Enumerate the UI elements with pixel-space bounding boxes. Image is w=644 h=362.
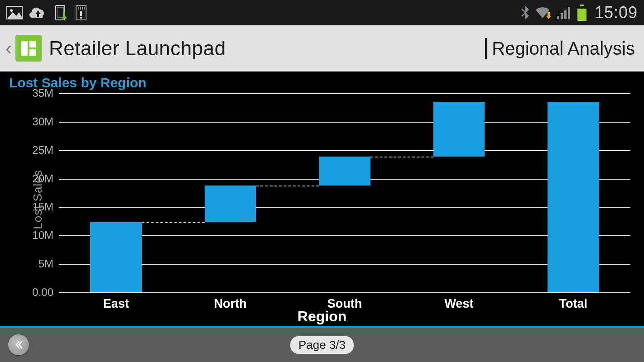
svg-rect-8 xyxy=(84,7,85,10)
y-tick-label: 0.00 xyxy=(32,286,53,299)
y-tick-label: 5M xyxy=(38,257,53,270)
cloud-upload-icon xyxy=(29,6,47,19)
x-tick-label: West xyxy=(444,297,473,311)
cell-signal-icon xyxy=(557,6,572,19)
svg-rect-7 xyxy=(82,7,83,10)
gallery-icon xyxy=(6,6,23,19)
svg-rect-3 xyxy=(57,7,63,17)
svg-point-1 xyxy=(10,9,13,12)
footer-bar: Page 3/3 xyxy=(0,326,644,362)
connector xyxy=(370,157,433,157)
context-title-text: Regional Analysis xyxy=(492,38,635,59)
context-title: Regional Analysis xyxy=(485,38,635,59)
y-tick-label: 20M xyxy=(32,172,53,185)
status-left-icons xyxy=(6,5,88,20)
svg-rect-6 xyxy=(80,7,81,10)
svg-rect-10 xyxy=(80,17,82,19)
svg-rect-18 xyxy=(577,6,586,9)
x-tick-label: North xyxy=(214,297,247,311)
battery-icon xyxy=(577,5,587,21)
x-axis-label: Region xyxy=(298,308,346,325)
status-right-icons: 15:09 xyxy=(520,3,638,22)
back-button[interactable]: ‹ xyxy=(5,39,13,58)
bluetooth-icon xyxy=(520,5,530,20)
svg-rect-11 xyxy=(548,12,550,16)
svg-rect-5 xyxy=(78,7,79,10)
y-tick-label: 25M xyxy=(32,144,53,157)
chart-plot[interactable]: 0.005M10M15M20M25M30M35MEastNorthSouthWe… xyxy=(59,93,630,292)
y-tick-label: 10M xyxy=(32,229,53,242)
android-status-bar: 15:09 xyxy=(0,0,644,25)
svg-rect-9 xyxy=(80,11,82,16)
bar-west[interactable] xyxy=(433,102,485,157)
svg-rect-20 xyxy=(29,41,36,48)
svg-rect-4 xyxy=(63,11,65,16)
svg-rect-21 xyxy=(29,49,36,56)
bar-north[interactable] xyxy=(205,186,256,223)
chart-title: Lost Sales by Region xyxy=(9,75,146,90)
y-tick-label: 35M xyxy=(32,87,53,100)
gridline xyxy=(59,264,630,265)
y-tick-label: 30M xyxy=(32,115,53,128)
app-header: ‹ Retailer Launchpad Regional Analysis xyxy=(0,25,644,71)
device-sync-icon xyxy=(53,5,68,20)
svg-rect-15 xyxy=(568,7,570,19)
bar-south[interactable] xyxy=(319,157,370,186)
app-title: Retailer Launchpad xyxy=(49,37,226,60)
svg-rect-14 xyxy=(564,10,567,19)
divider-icon xyxy=(485,38,487,59)
sd-card-alert-icon xyxy=(74,5,88,20)
gridline xyxy=(59,207,630,208)
svg-rect-13 xyxy=(561,13,563,19)
bar-east[interactable] xyxy=(90,222,142,292)
gridline xyxy=(59,93,630,94)
gridline xyxy=(59,292,630,293)
svg-rect-12 xyxy=(557,16,559,19)
x-tick-label: Total xyxy=(559,297,588,311)
gridline xyxy=(59,235,630,236)
clock: 15:09 xyxy=(595,3,638,22)
y-tick-label: 15M xyxy=(32,200,53,213)
collapse-button[interactable] xyxy=(8,334,29,355)
bar-total[interactable] xyxy=(548,102,599,292)
svg-rect-16 xyxy=(580,5,584,6)
chart-area[interactable]: Lost Sales by Region Lost Sales 0.005M10… xyxy=(0,71,644,328)
gridline xyxy=(59,122,630,123)
x-tick-label: East xyxy=(103,297,129,311)
gridline xyxy=(59,150,630,151)
svg-rect-19 xyxy=(21,41,28,56)
wifi-download-icon xyxy=(535,5,552,20)
app-logo-icon[interactable] xyxy=(15,35,42,62)
connector xyxy=(256,186,319,186)
page-indicator[interactable]: Page 3/3 xyxy=(290,336,354,354)
connector xyxy=(142,222,205,223)
